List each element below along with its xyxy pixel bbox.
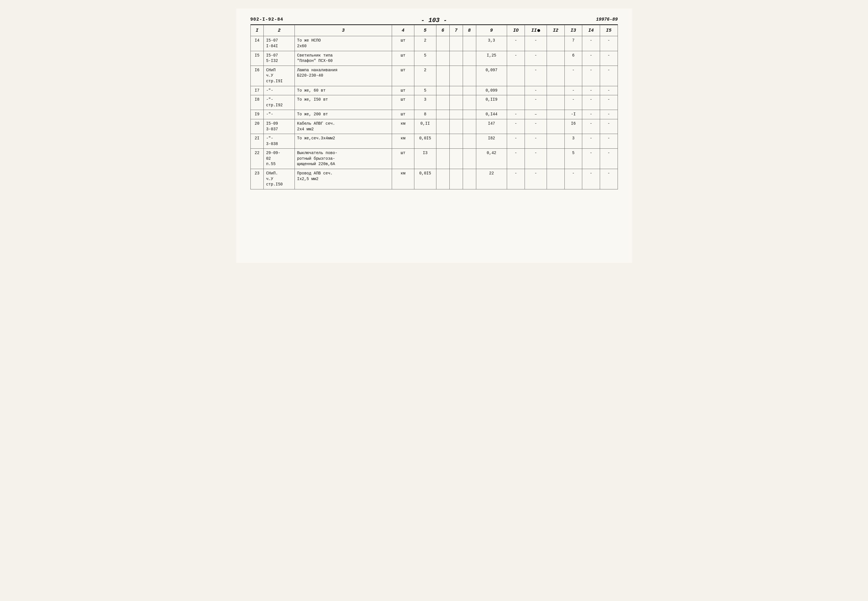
cell-col8 xyxy=(463,36,476,51)
cell-col14: - xyxy=(582,36,600,51)
cell-col14: - xyxy=(582,66,600,86)
cell-col1: 23 xyxy=(250,169,264,189)
cell-col14: - xyxy=(582,86,600,95)
cell-col8 xyxy=(463,95,476,110)
cell-col10: - xyxy=(507,169,525,189)
cell-col5: 3 xyxy=(414,95,436,110)
col-header-15: I5 xyxy=(600,25,618,36)
cell-col8 xyxy=(463,66,476,86)
cell-col1: I9 xyxy=(250,110,264,119)
col-header-4: 4 xyxy=(392,25,414,36)
cell-col7 xyxy=(449,169,463,189)
cell-col4: км xyxy=(392,169,414,189)
cell-col13: 7 xyxy=(565,36,582,51)
cell-col14: - xyxy=(582,149,600,169)
cell-col2: СНиП ч.У стр.I9I xyxy=(264,66,295,86)
cell-col3: Кабель АПВГ сеч. 2х4 мм2 xyxy=(295,119,392,134)
cell-col8 xyxy=(463,51,476,66)
cell-col15: - xyxy=(600,134,618,149)
cell-col4: шт xyxy=(392,66,414,86)
cell-col13: -I xyxy=(565,110,582,119)
cell-col1: 2I xyxy=(250,134,264,149)
cell-col15: - xyxy=(600,51,618,66)
cell-col4: шт xyxy=(392,51,414,66)
cell-col11: - xyxy=(525,86,547,95)
cell-col7 xyxy=(449,86,463,95)
col-header-10: IO xyxy=(507,25,525,36)
cell-col2: 29-09- 02 п.55 xyxy=(264,149,295,169)
doc-number: 902-I-92-84 xyxy=(250,17,283,22)
cell-col14: - xyxy=(582,119,600,134)
cell-col3: Провод АПВ сеч. Iх2,5 мм2 xyxy=(295,169,392,189)
cell-col7 xyxy=(449,110,463,119)
col-header-7: 7 xyxy=(449,25,463,36)
cell-col11: - xyxy=(525,95,547,110)
cell-col2: I5-07 I-04I xyxy=(264,36,295,51)
cell-col2: -"- xyxy=(264,110,295,119)
cell-col8 xyxy=(463,169,476,189)
table-row: 20I5-09 3-037Кабель АПВГ сеч. 2х4 мм2км0… xyxy=(250,119,618,134)
col-header-8: 8 xyxy=(463,25,476,36)
cell-col9: 3,3 xyxy=(476,36,507,51)
page: 902-I-92-84 - 103 - 19976-89 I 2 3 4 5 6… xyxy=(236,9,632,263)
cell-col13: I6 xyxy=(565,119,582,134)
cell-col2: -"- xyxy=(264,86,295,95)
cell-col3: То же, 60 вт xyxy=(295,86,392,95)
cell-col6 xyxy=(436,110,449,119)
top-right-code: 19976-89 xyxy=(596,17,618,22)
cell-col7 xyxy=(449,51,463,66)
cell-col15: - xyxy=(600,36,618,51)
main-table: I 2 3 4 5 6 7 8 9 IO II I2 I3 I4 I5 I4I5… xyxy=(250,25,618,189)
table-row: I8-"- стр.I92То же, I50 втшт30,II9---- xyxy=(250,95,618,110)
cell-col7 xyxy=(449,36,463,51)
cell-col5: 0,0I5 xyxy=(414,134,436,149)
column-header-row: I 2 3 4 5 6 7 8 9 IO II I2 I3 I4 I5 xyxy=(250,25,618,36)
cell-col10: - xyxy=(507,36,525,51)
cell-col10 xyxy=(507,95,525,110)
cell-col3: Лампа накаливания Б220-230-40 xyxy=(295,66,392,86)
cell-col15: - xyxy=(600,66,618,86)
cell-col6 xyxy=(436,36,449,51)
cell-col9: 0,097 xyxy=(476,66,507,86)
cell-col4: км xyxy=(392,119,414,134)
cell-col12 xyxy=(547,36,565,51)
page-number: - 103 - xyxy=(421,17,447,24)
col-header-14: I4 xyxy=(582,25,600,36)
cell-col4: км xyxy=(392,134,414,149)
cell-col12 xyxy=(547,149,565,169)
cell-col12 xyxy=(547,66,565,86)
cell-col1: 22 xyxy=(250,149,264,169)
cell-col11: - xyxy=(525,149,547,169)
col-header-3: 3 xyxy=(295,25,392,36)
cell-col14: - xyxy=(582,110,600,119)
cell-col10 xyxy=(507,66,525,86)
cell-col7 xyxy=(449,134,463,149)
table-row: I9-"-То же, 200 втшт80,I44-–-I-- xyxy=(250,110,618,119)
cell-col14: - xyxy=(582,134,600,149)
cell-col4: шт xyxy=(392,95,414,110)
cell-col3: То же,сеч.3х4мм2 xyxy=(295,134,392,149)
cell-col14: - xyxy=(582,169,600,189)
col-header-5: 5 xyxy=(414,25,436,36)
cell-col3: То же НСПО 2х60 xyxy=(295,36,392,51)
cell-col15: - xyxy=(600,86,618,95)
cell-col2: СНиП. ч.У стр.I50 xyxy=(264,169,295,189)
cell-col6 xyxy=(436,149,449,169)
top-bar: 902-I-92-84 - 103 - 19976-89 xyxy=(250,17,618,22)
cell-col12 xyxy=(547,86,565,95)
cell-col15: - xyxy=(600,110,618,119)
cell-col13: - xyxy=(565,66,582,86)
cell-col13: - xyxy=(565,86,582,95)
cell-col8 xyxy=(463,149,476,169)
cell-col13: - xyxy=(565,169,582,189)
cell-col9: I47 xyxy=(476,119,507,134)
cell-col7 xyxy=(449,119,463,134)
cell-col4: шт xyxy=(392,36,414,51)
col-header-2: 2 xyxy=(264,25,295,36)
cell-col13: 6 xyxy=(565,51,582,66)
cell-col6 xyxy=(436,134,449,149)
cell-col7 xyxy=(449,66,463,86)
cell-col15: - xyxy=(600,149,618,169)
cell-col5: 2 xyxy=(414,66,436,86)
cell-col6 xyxy=(436,66,449,86)
